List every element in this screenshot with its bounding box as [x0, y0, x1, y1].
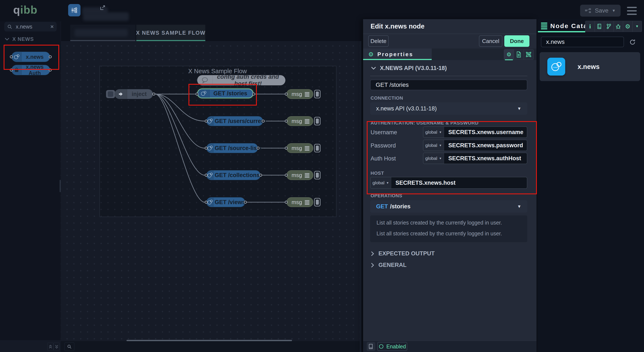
node-get-views[interactable]: GET /views	[206, 197, 245, 207]
docs-button[interactable]	[367, 342, 375, 351]
document-icon	[516, 51, 521, 57]
tab-node-catalog[interactable]: Node Catalog	[538, 20, 585, 32]
node-get-users-current[interactable]: GET /users/current	[206, 116, 263, 126]
section-general[interactable]: GENERAL	[371, 262, 406, 268]
flow-app-tile[interactable]	[68, 4, 80, 16]
edit-panel-view-switcher: ⚙	[504, 49, 534, 60]
chevron-right-icon	[371, 251, 374, 256]
save-label: Save	[595, 7, 608, 14]
debug-node-msg[interactable]: msg	[286, 89, 313, 99]
properties-tab-underline	[363, 59, 432, 60]
operation-description-line: List all stories created by the currentl…	[376, 231, 521, 237]
section-xnews-api[interactable]: X.NEWS API (V3.0.11-18)	[371, 65, 447, 71]
docs-button[interactable]	[594, 21, 604, 32]
catalog-search-field[interactable]	[541, 37, 624, 47]
port[interactable]	[285, 201, 288, 204]
node-get-source-lists[interactable]: GET /source-lists	[206, 143, 258, 153]
canvas-search-button[interactable]	[64, 343, 74, 351]
refresh-button[interactable]	[628, 38, 637, 46]
circle-status-icon	[379, 344, 384, 349]
canvas-vertical-scrollbar[interactable]	[360, 41, 362, 352]
save-caret-icon: ▼	[612, 8, 616, 13]
caret-down-icon: ▼	[517, 106, 521, 111]
workspace-tab-active[interactable]: X NEWS SAMPLE FLOW	[136, 25, 205, 41]
collapse-down-button[interactable]	[54, 343, 60, 351]
section-expected-output[interactable]: EXPECTED OUTPUT	[371, 250, 435, 257]
port[interactable]	[152, 93, 155, 95]
debug-node-label: msg	[292, 199, 302, 206]
delete-button[interactable]: Delete	[368, 35, 389, 47]
done-button[interactable]: Done	[504, 35, 530, 47]
operation-description-line: List all stories created by the currentl…	[376, 220, 521, 226]
debug-toggle-button[interactable]	[314, 198, 320, 206]
tab-properties[interactable]: ⚙ Properties	[363, 48, 432, 60]
divider	[370, 76, 527, 76]
debug-node-msg[interactable]: msg	[286, 170, 313, 180]
port[interactable]	[205, 201, 208, 204]
debug-toggle-button[interactable]	[314, 90, 320, 98]
palette-search[interactable]: ×	[4, 22, 57, 31]
port[interactable]	[262, 120, 265, 123]
info-icon: i	[589, 23, 591, 30]
operation-select[interactable]: GET /stories ▼	[370, 200, 527, 213]
inject-node[interactable]: inject	[114, 89, 153, 99]
menu-icon[interactable]	[627, 7, 637, 15]
properties-tab-label: Properties	[377, 51, 413, 58]
xnews-app-tile[interactable]: x.news	[547, 58, 565, 75]
port[interactable]	[205, 147, 208, 150]
general-label: GENERAL	[378, 262, 406, 268]
port[interactable]	[205, 174, 208, 177]
inject-node-label: inject	[127, 91, 153, 97]
more-button[interactable]: ▼	[632, 21, 642, 32]
port[interactable]	[256, 147, 260, 150]
clear-search-icon[interactable]: ×	[50, 23, 54, 30]
port[interactable]	[285, 120, 288, 123]
appearance-view-button[interactable]	[524, 49, 534, 60]
enabled-label: Enabled	[386, 344, 406, 350]
connection-select[interactable]: x.news API (v3.0.11-18) ▼	[370, 102, 527, 115]
inject-arrow-icon	[114, 89, 127, 99]
node-get-collections[interactable]: GET /collections	[206, 170, 260, 180]
palette-search-input[interactable]	[15, 23, 48, 30]
description-view-button[interactable]	[514, 49, 524, 60]
debug-node-msg[interactable]: msg	[286, 197, 313, 207]
port[interactable]	[285, 174, 288, 177]
workspace-tab-redacted[interactable]	[70, 25, 136, 41]
xnews-logo-icon	[207, 144, 214, 153]
port[interactable]	[285, 147, 288, 150]
cancel-button[interactable]: Cancel	[479, 35, 502, 47]
debug-toggle-button[interactable]	[314, 117, 320, 125]
node-name-input[interactable]	[375, 81, 527, 88]
palette-section-xnews[interactable]: X NEWS	[5, 36, 34, 42]
port[interactable]	[259, 174, 262, 177]
canvas-horizontal-scrollbar[interactable]	[126, 340, 292, 341]
node-name-field[interactable]	[370, 80, 527, 90]
info-button[interactable]: i	[586, 21, 594, 32]
collapse-up-button[interactable]	[47, 343, 54, 351]
enabled-toggle-button[interactable]: Enabled	[377, 342, 407, 351]
node-label: GET /users/current	[214, 118, 270, 124]
bug-icon	[616, 24, 621, 29]
port[interactable]	[244, 201, 247, 204]
node-label: GET /collections	[214, 172, 263, 179]
debug-toggle-button[interactable]	[314, 171, 320, 179]
debug-node-msg[interactable]: msg	[286, 143, 313, 153]
qibb-logo: qibb	[13, 3, 38, 16]
node-label: GET /views	[214, 199, 248, 206]
refresh-icon	[629, 39, 636, 45]
logo-ibb: ibb	[20, 3, 38, 16]
external-link-icon[interactable]	[100, 5, 106, 11]
node-catalog-tab-underline	[538, 31, 585, 32]
flows-button[interactable]	[604, 21, 613, 32]
section-xnews-api-label: X.NEWS API (V3.0.11-18)	[380, 65, 447, 71]
debug-toggle-button[interactable]	[314, 144, 320, 152]
port[interactable]	[205, 120, 208, 123]
inject-trigger-button[interactable]	[106, 90, 115, 98]
port[interactable]	[285, 93, 288, 95]
settings-button[interactable]: ⚙	[623, 21, 632, 32]
debug-node-msg[interactable]: msg	[286, 116, 313, 126]
properties-view-button[interactable]: ⚙	[504, 49, 514, 60]
debug-button[interactable]	[614, 21, 623, 32]
catalog-search-input[interactable]	[546, 38, 624, 45]
save-button[interactable]: Save ▼	[580, 5, 620, 16]
